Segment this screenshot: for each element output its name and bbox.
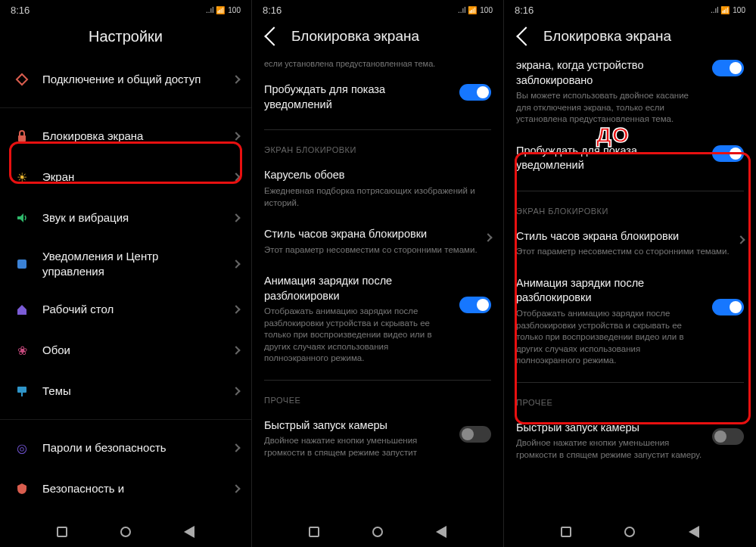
nav-home[interactable] (372, 527, 383, 537)
settings-item-themes[interactable]: Темы (12, 371, 239, 412)
nav-back[interactable] (184, 526, 194, 538)
chevron-icon (232, 75, 240, 83)
nav-recents[interactable] (309, 527, 319, 537)
shield-icon (12, 479, 32, 499)
nav-bar (0, 515, 251, 547)
settings-item-passwords[interactable]: ◎ Пароли и безопасность (12, 427, 239, 468)
chevron-icon (232, 484, 240, 493)
toggle-charge-anim[interactable] (459, 297, 491, 313)
opt-charge-animation[interactable]: Анимация зарядки после разблокировки Ото… (516, 267, 744, 376)
opt-clock-style[interactable]: Стиль часов экрана блокировки Этот парам… (264, 218, 491, 265)
status-icons: ..ıl 📶 100 (206, 6, 241, 14)
status-bar: 8:16 ..ıl 📶 100 (504, 0, 756, 19)
phone-lockscreen-before: 8:16 ..ıl 📶 100 Блокировка экрана ДО есл… (252, 0, 504, 547)
page-title: Блокировка экрана (543, 28, 745, 45)
chevron-icon (232, 387, 240, 395)
nav-recents[interactable] (57, 527, 67, 537)
settings-item-home[interactable]: Рабочий стол (12, 289, 239, 330)
status-icons: ..ıl 📶 100 (458, 6, 493, 14)
chevron-icon (484, 233, 492, 241)
chevron-icon (232, 346, 240, 354)
section-other: ПРОЧЕЕ (516, 389, 744, 412)
chevron-icon (232, 305, 240, 313)
chevron-icon (232, 213, 240, 222)
settings-item-notifications[interactable]: Уведомления и Центр управления (12, 238, 239, 289)
settings-item-connection[interactable]: Подключение и общий доступ (12, 59, 239, 100)
opt-carousel[interactable]: Карусель обоев Ежедневная подборка потря… (264, 159, 491, 218)
svg-rect-1 (17, 260, 26, 269)
back-button[interactable] (516, 26, 535, 45)
time: 8:16 (263, 5, 282, 16)
opt-quick-camera[interactable]: Быстрый запуск камеры Двойное нажатие кн… (516, 412, 744, 471)
chevron-icon (736, 235, 745, 244)
chevron-icon (232, 260, 240, 268)
page-title: Настройки (11, 28, 241, 45)
time: 8:16 (11, 5, 30, 16)
toggle-charge-anim[interactable] (712, 299, 744, 315)
label-before: ДО (596, 123, 630, 148)
settings-item-wallpaper[interactable]: ❀ Обои (12, 330, 239, 371)
opt-charge-animation[interactable]: Анимация зарядки после разблокировки Ото… (264, 265, 491, 374)
chevron-icon (232, 132, 240, 140)
opt-quick-camera[interactable]: Быстрый запуск камеры Двойное нажатие кн… (264, 409, 491, 468)
nav-back[interactable] (689, 526, 699, 538)
section-lockscreen: ЭКРАН БЛОКИРОВКИ (516, 197, 744, 220)
nav-home[interactable] (120, 527, 131, 537)
chevron-icon (232, 443, 240, 452)
page-title: Блокировка экрана (291, 28, 493, 45)
toggle-wake[interactable] (459, 84, 491, 101)
home-icon (12, 300, 32, 319)
truncated-desc: если установлена предустановленная тема. (264, 58, 491, 73)
sound-icon (12, 208, 32, 228)
opt-clock-style[interactable]: Стиль часов экрана блокировки Этот парам… (516, 220, 744, 267)
sun-icon: ☀ (12, 167, 32, 187)
nav-bar (252, 515, 503, 547)
svg-rect-2 (17, 387, 26, 393)
nav-back[interactable] (436, 526, 446, 538)
opt-double-tap[interactable]: экрана, когда устройство заблокировано В… (516, 58, 744, 135)
opt-wake-notifications[interactable]: Пробуждать для показа уведомлений (264, 73, 491, 123)
opt-wake-notifications[interactable]: Пробуждать для показа уведомлений (516, 135, 744, 185)
brush-icon (12, 381, 32, 401)
flower-icon: ❀ (12, 340, 32, 360)
status-icons: ..ıl 📶 100 (711, 6, 745, 14)
lock-icon (12, 126, 32, 146)
status-bar: 8:16 ..ıl 📶 100 (0, 0, 251, 19)
phone-lockscreen-after: 8:16 ..ıl 📶 100 Блокировка экрана ПОСЛЕ … (504, 0, 756, 547)
back-button[interactable] (264, 26, 283, 45)
nav-recents[interactable] (561, 527, 571, 537)
toggle-wake[interactable] (712, 145, 744, 162)
settings-item-display[interactable]: ☀ Экран (12, 157, 239, 197)
toggle-camera[interactable] (459, 426, 491, 443)
phone-settings: 8:16 ..ıl 📶 100 Настройки Подключение и … (0, 0, 252, 547)
status-bar: 8:16 ..ıl 📶 100 (252, 0, 503, 19)
chevron-icon (232, 172, 240, 181)
toggle-double-tap[interactable] (712, 60, 744, 76)
nav-home[interactable] (624, 527, 635, 537)
svg-rect-3 (21, 393, 23, 396)
control-icon (12, 254, 32, 274)
section-other: ПРОЧЕЕ (264, 387, 491, 409)
settings-item-lockscreen[interactable]: Блокировка экрана (12, 116, 239, 157)
fingerprint-icon: ◎ (12, 438, 32, 458)
nav-bar (504, 515, 756, 547)
settings-item-security[interactable]: Безопасность и (12, 468, 239, 509)
time: 8:16 (515, 5, 534, 16)
toggle-camera[interactable] (712, 428, 744, 445)
settings-item-sound[interactable]: Звук и вибрация (12, 197, 239, 238)
section-lockscreen: ЭКРАН БЛОКИРОВКИ (264, 136, 491, 159)
connection-icon (12, 70, 32, 89)
svg-rect-0 (18, 135, 26, 141)
